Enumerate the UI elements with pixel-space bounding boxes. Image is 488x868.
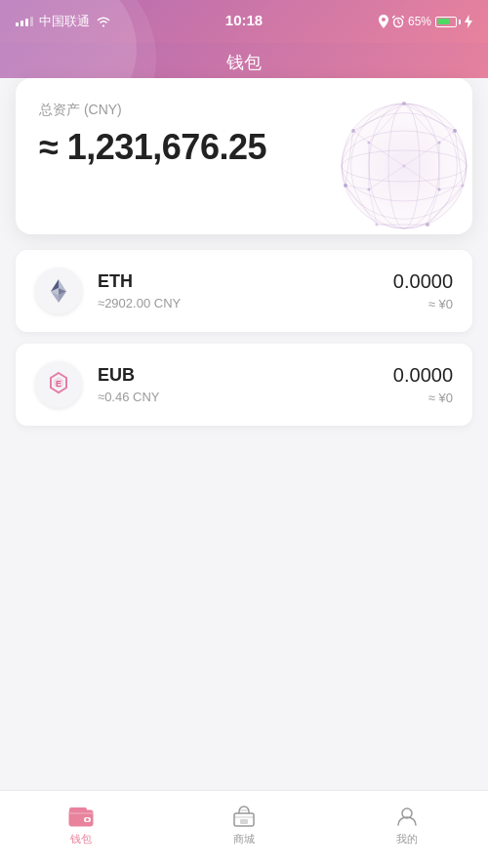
location-icon: [379, 15, 388, 28]
nav-item-wallet[interactable]: 钱包: [0, 805, 163, 854]
asset-card: 总资产 (CNY) ≈ 1,231,676.25: [16, 78, 472, 234]
eth-cny: ≈ ¥0: [393, 297, 453, 311]
eub-icon: E: [45, 371, 72, 398]
eth-balance: 0.0000 ≈ ¥0: [393, 270, 453, 311]
svg-point-53: [86, 818, 89, 821]
eth-amount: 0.0000: [393, 270, 453, 293]
nav-item-profile[interactable]: 我的: [325, 805, 488, 854]
svg-text:E: E: [56, 379, 61, 389]
wallet-nav-label: 钱包: [70, 832, 92, 847]
eub-cny: ≈ ¥0: [393, 391, 453, 405]
eth-info: ETH ≈2902.00 CNY: [98, 271, 393, 310]
main-content: 总资产 (CNY) ≈ 1,231,676.25: [0, 78, 488, 426]
nav-item-shop[interactable]: 商城: [163, 805, 326, 854]
svg-rect-57: [240, 819, 248, 824]
alarm-icon: [392, 15, 404, 28]
battery-icon: [435, 17, 461, 27]
shop-nav-label: 商城: [233, 832, 255, 847]
bottom-nav: 钱包 商城 我的: [0, 790, 488, 868]
battery-percent: 65%: [408, 15, 431, 28]
eub-price: ≈0.46 CNY: [98, 390, 393, 404]
coin-item-eub[interactable]: E EUB ≈0.46 CNY 0.0000 ≈ ¥0: [16, 344, 472, 426]
page-title: 钱包: [226, 53, 262, 72]
eth-icon: [45, 277, 72, 305]
shop-nav-icon: [230, 805, 258, 828]
svg-rect-51: [69, 807, 87, 812]
eub-symbol: EUB: [98, 365, 393, 386]
eth-icon-container: [35, 268, 82, 314]
eth-symbol: ETH: [98, 271, 393, 292]
profile-nav-label: 我的: [396, 832, 418, 847]
wallet-nav-icon: [67, 805, 95, 828]
svg-rect-55: [240, 809, 248, 811]
eth-price: ≈2902.00 CNY: [98, 296, 393, 310]
coin-item-eth[interactable]: ETH ≈2902.00 CNY 0.0000 ≈ ¥0: [16, 250, 472, 332]
charging-icon: [465, 15, 472, 28]
eub-amount: 0.0000: [393, 364, 453, 387]
eub-icon-container: E: [35, 361, 82, 408]
coin-list: ETH ≈2902.00 CNY 0.0000 ≈ ¥0 E EUB ≈0.46: [16, 250, 472, 426]
eub-info: EUB ≈0.46 CNY: [98, 365, 393, 404]
eub-balance: 0.0000 ≈ ¥0: [393, 364, 453, 405]
profile-nav-icon: [393, 805, 421, 828]
sphere-decoration: [326, 88, 472, 234]
status-right: 65%: [379, 15, 472, 28]
status-time: 10:18: [225, 12, 263, 28]
